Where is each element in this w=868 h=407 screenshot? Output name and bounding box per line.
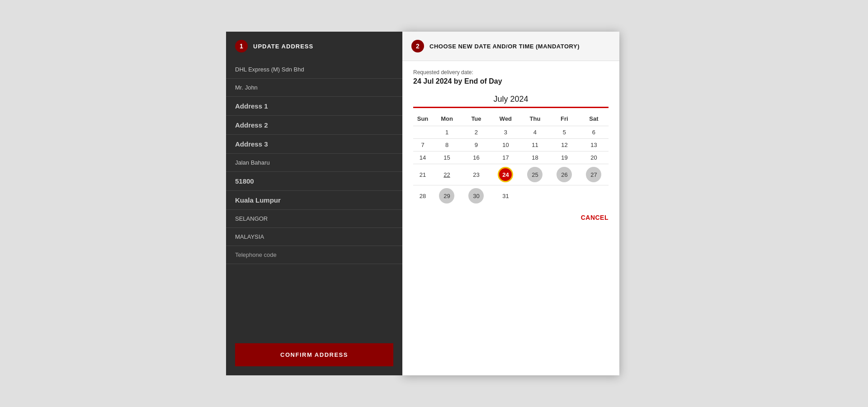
- calendar-day: 19: [550, 151, 579, 164]
- telephone-field[interactable]: Telephone code: [226, 246, 402, 264]
- country-field[interactable]: MALAYSIA: [226, 228, 402, 246]
- left-panel: 1 UPDATE ADDRESS DHL Express (M) Sdn Bhd…: [226, 32, 402, 375]
- calendar-day[interactable]: 22: [432, 164, 462, 185]
- calendar-grid: Sun Mon Tue Wed Thu Fri Sat 123456789101…: [402, 112, 619, 206]
- company-field[interactable]: DHL Express (M) Sdn Bhd: [226, 61, 402, 79]
- cancel-button[interactable]: CANCEL: [581, 214, 609, 221]
- calendar-day: 13: [579, 139, 609, 151]
- address1-field[interactable]: Address 1: [226, 97, 402, 116]
- calendar-day: 18: [520, 151, 550, 164]
- calendar-footer: CANCEL: [402, 206, 619, 229]
- name-field[interactable]: Mr. John: [226, 79, 402, 97]
- calendar-day: 21: [413, 164, 432, 185]
- calendar-day: 2: [462, 126, 491, 139]
- weekday-sun: Sun: [413, 112, 432, 126]
- calendar-day: [413, 126, 432, 139]
- calendar-day[interactable]: 29: [432, 185, 462, 207]
- postcode-field[interactable]: 51800: [226, 172, 402, 191]
- right-panel: 2 CHOOSE NEW DATE AND/OR TIME (MANDATORY…: [402, 32, 619, 375]
- calendar-day: 28: [413, 185, 432, 207]
- weekday-wed: Wed: [491, 112, 520, 126]
- address-form: DHL Express (M) Sdn Bhd Mr. John Address…: [226, 61, 402, 334]
- calendar-day: 12: [550, 139, 579, 151]
- street-field[interactable]: Jalan Baharu: [226, 154, 402, 172]
- calendar-day[interactable]: 25: [520, 164, 550, 185]
- calendar-day[interactable]: 24: [491, 164, 520, 185]
- calendar-day[interactable]: 27: [579, 164, 609, 185]
- update-address-header: 1 UPDATE ADDRESS: [226, 32, 402, 61]
- address3-field[interactable]: Address 3: [226, 135, 402, 154]
- calendar-day: 16: [462, 151, 491, 164]
- weekday-thu: Thu: [520, 112, 550, 126]
- calendar-day: 11: [520, 139, 550, 151]
- calendar-day: 8: [432, 139, 462, 151]
- calendar-day: 15: [432, 151, 462, 164]
- calendar-day: 9: [462, 139, 491, 151]
- delivery-date: 24 Jul 2024 by End of Day: [413, 77, 609, 85]
- calendar-day: 5: [550, 126, 579, 139]
- calendar-day[interactable]: 30: [462, 185, 491, 207]
- calendar-day: [550, 185, 579, 207]
- weekday-mon: Mon: [432, 112, 462, 126]
- calendar-day[interactable]: 26: [550, 164, 579, 185]
- step-1-badge: 1: [235, 40, 248, 52]
- state-field[interactable]: SELANGOR: [226, 210, 402, 228]
- calendar-day: 4: [520, 126, 550, 139]
- month-title: July 2024: [413, 91, 609, 108]
- delivery-label: Requested delivery date:: [413, 69, 609, 76]
- calendar-section-title: CHOOSE NEW DATE AND/OR TIME (MANDATORY): [429, 43, 580, 50]
- step-2-badge: 2: [411, 40, 424, 52]
- calendar-day: [579, 185, 609, 207]
- calendar-day: 3: [491, 126, 520, 139]
- calendar-day: [520, 185, 550, 207]
- calendar-day: 14: [413, 151, 432, 164]
- calendar-day: 20: [579, 151, 609, 164]
- calendar-day: 17: [491, 151, 520, 164]
- weekday-tue: Tue: [462, 112, 491, 126]
- update-address-title: UPDATE ADDRESS: [253, 43, 313, 50]
- calendar-day: 1: [432, 126, 462, 139]
- main-wrapper: 1 UPDATE ADDRESS DHL Express (M) Sdn Bhd…: [226, 32, 642, 375]
- calendar-day: 10: [491, 139, 520, 151]
- delivery-info: Requested delivery date: 24 Jul 2024 by …: [402, 61, 619, 91]
- confirm-address-button[interactable]: CONFIRM ADDRESS: [235, 343, 393, 366]
- weekday-fri: Fri: [550, 112, 579, 126]
- calendar-day: 6: [579, 126, 609, 139]
- calendar-day: 7: [413, 139, 432, 151]
- calendar-day: 31: [491, 185, 520, 207]
- city-field[interactable]: Kuala Lumpur: [226, 191, 402, 210]
- calendar-header: 2 CHOOSE NEW DATE AND/OR TIME (MANDATORY…: [402, 32, 619, 61]
- calendar-day: 23: [462, 164, 491, 185]
- weekday-sat: Sat: [579, 112, 609, 126]
- address2-field[interactable]: Address 2: [226, 116, 402, 135]
